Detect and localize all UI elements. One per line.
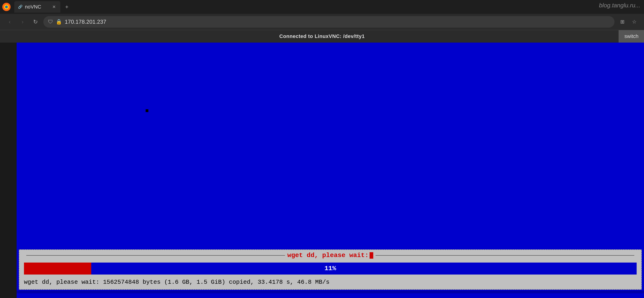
dialog-title-text: wget dd, please wait:: [287, 252, 369, 259]
browser-chrome: 🔗 noVNC ✕ + ‹ › ↻ 🛡 🔒 ⊞ ☆ Connected to L…: [0, 0, 644, 43]
tab-close-button[interactable]: ✕: [52, 4, 57, 10]
dialog-title-cursor: [370, 252, 373, 259]
security-icon: 🔒: [56, 19, 62, 25]
reload-button[interactable]: ↻: [30, 17, 40, 27]
dialog-separator-left: [26, 255, 285, 256]
tab-title: noVNC: [25, 4, 49, 10]
new-tab-button[interactable]: +: [62, 2, 72, 11]
tab-bar: 🔗 noVNC ✕ +: [0, 0, 644, 14]
back-icon: ‹: [9, 19, 10, 25]
nav-bar: ‹ › ↻ 🛡 🔒 ⊞ ☆: [0, 14, 644, 30]
shield-icon: 🛡: [48, 19, 53, 25]
address-bar[interactable]: [65, 19, 610, 25]
progress-bar-container: 11%: [24, 263, 637, 275]
multiview-icon[interactable]: ⊞: [617, 17, 628, 27]
progress-bar-text: 11%: [24, 263, 637, 275]
dialog-info-text: wget dd, please wait: 1562574848 bytes (…: [19, 276, 641, 289]
active-tab[interactable]: 🔗 noVNC ✕: [14, 1, 60, 13]
back-button[interactable]: ‹: [4, 17, 15, 27]
bookmark-icon[interactable]: ☆: [629, 17, 640, 27]
vnc-content-area[interactable]: wget dd, please wait: 11% wget dd, pleas…: [0, 43, 644, 298]
address-bar-container: 🛡 🔒: [43, 16, 614, 28]
progress-dialog: wget dd, please wait: 11% wget dd, pleas…: [19, 249, 642, 290]
mouse-cursor-icon: [146, 109, 148, 112]
forward-button[interactable]: ›: [18, 17, 28, 27]
vnc-status-bar: Connected to LinuxVNC: /dev/tty1 switch: [0, 30, 644, 43]
vnc-status-text: Connected to LinuxVNC: /dev/tty1: [279, 33, 364, 39]
browser-logo-icon: [2, 3, 10, 11]
reload-icon: ↻: [33, 19, 38, 25]
vnc-main: wget dd, please wait: 11% wget dd, pleas…: [16, 43, 644, 298]
nav-right-icons: ⊞ ☆: [617, 17, 640, 27]
svg-point-2: [5, 5, 8, 8]
dialog-bottom-bar: [16, 291, 644, 294]
vnc-switch-button[interactable]: switch: [619, 30, 644, 43]
dialog-separator-right: [376, 255, 634, 256]
blog-watermark: blog.tanglu.ru...: [596, 0, 644, 11]
left-strip: [0, 43, 16, 298]
tab-favicon-icon: 🔗: [18, 4, 22, 9]
dialog-title-bar: wget dd, please wait:: [19, 250, 641, 261]
forward-icon: ›: [22, 19, 24, 25]
